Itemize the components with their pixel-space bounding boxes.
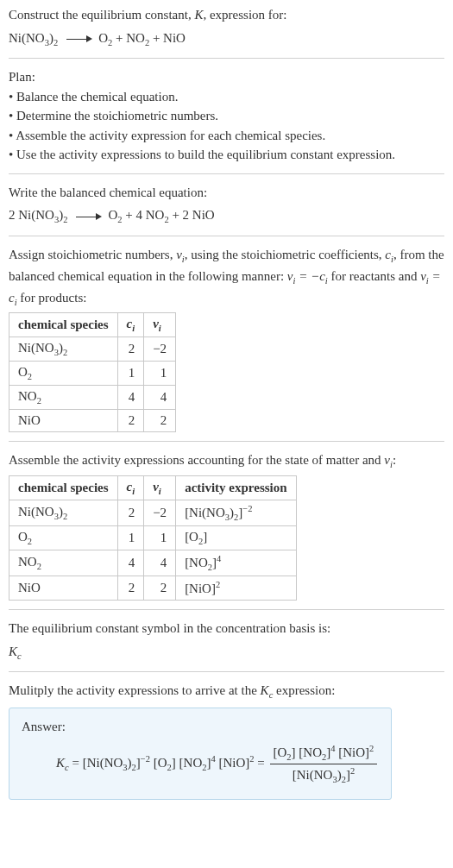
nu-symbol: νi	[176, 248, 185, 261]
mult-post: expression:	[273, 683, 335, 697]
multiply-text: Mulitply the activity expressions to arr…	[9, 681, 444, 702]
title-pre: Construct the equilibrium constant,	[9, 8, 194, 22]
table-row: Ni(NO3)22−2[Ni(NO3)2]−2	[9, 500, 297, 526]
activity-text: Assemble the activity expressions accoun…	[9, 450, 444, 472]
table-cell: 2	[117, 410, 144, 432]
table-row: O211	[9, 362, 176, 386]
answer-denominator: [Ni(NO3)2]2	[270, 764, 378, 787]
table-cell: [NiO]2	[176, 576, 296, 601]
mult-pre: Mulitply the activity expressions to arr…	[9, 683, 261, 697]
table-cell: [NO2]4	[176, 550, 296, 576]
relation-reactants: νi = −ci	[287, 269, 328, 283]
table-row: NiO22[NiO]2	[9, 576, 297, 601]
balanced-intro: Write the balanced chemical equation:	[9, 183, 444, 203]
answer-numerator: [O2] [NO2]4 [NiO]2	[270, 742, 378, 765]
table-row: Ni(NO3)22−2	[9, 337, 176, 362]
table-cell: NiO	[9, 410, 118, 432]
divider	[9, 236, 444, 236]
stoich-post: for products:	[17, 291, 87, 305]
stoich-mid1: , using the stoichiometric coefficients,	[185, 248, 386, 261]
plan-item: • Determine the stoichiometric numbers.	[9, 106, 444, 126]
given-equation: Ni(NO3)2 O2 + NO2 + NiO	[9, 28, 444, 50]
table-cell: O2	[9, 362, 118, 386]
table-cell: Ni(NO3)2	[9, 500, 118, 526]
divider	[9, 671, 444, 672]
table-cell: 2	[144, 410, 176, 432]
answer-box: Answer: Kc = [Ni(NO3)2]−2 [O2] [NO2]4 [N…	[9, 708, 392, 800]
table-header: chemical species	[9, 313, 118, 337]
kc-symbol-inline: Kc	[261, 683, 274, 697]
answer-label: Answer:	[22, 717, 379, 737]
table-cell: NO2	[9, 550, 118, 576]
plan-list: • Balance the chemical equation.• Determ…	[9, 87, 444, 165]
title-line: Construct the equilibrium constant, K, e…	[9, 5, 444, 25]
stoich-table: chemical speciesciνiNi(NO3)22−2O211NO244…	[9, 312, 176, 432]
table-cell: [O2]	[176, 526, 296, 550]
table-cell: 1	[144, 362, 176, 386]
table-row: O211[O2]	[9, 526, 297, 550]
divider	[9, 58, 444, 59]
table-cell: 2	[117, 337, 144, 362]
balanced-rhs: O2 + 4 NO2 + 2 NiO	[108, 208, 214, 222]
given-rhs: O2 + NO2 + NiO	[98, 31, 186, 45]
table-cell: O2	[9, 526, 118, 550]
given-lhs: Ni(NO3)2	[9, 31, 58, 45]
title-post: , expression for:	[203, 8, 286, 22]
answer-expression: Kc = [Ni(NO3)2]−2 [O2] [NO2]4 [NiO]2 = […	[22, 737, 379, 788]
stoich-mid3: for reactants and	[328, 269, 420, 283]
table-cell: −2	[144, 337, 176, 362]
plan-item: • Use the activity expressions to build …	[9, 145, 444, 165]
table-cell: 4	[117, 550, 144, 576]
divider	[9, 441, 444, 442]
table-cell: 1	[117, 362, 144, 386]
balanced-lhs: 2 Ni(NO3)2	[9, 208, 67, 222]
table-cell: NiO	[9, 576, 118, 601]
table-cell: 2	[144, 576, 176, 601]
table-cell: −2	[144, 500, 176, 526]
table-cell: NO2	[9, 386, 118, 410]
answer-lhs: Kc = [Ni(NO3)2]−2 [O2] [NO2]4 [NiO]2 =	[56, 756, 268, 770]
table-header: activity expression	[176, 476, 296, 500]
title-K: K	[194, 8, 203, 22]
table-cell: 4	[144, 386, 176, 410]
table-cell: 4	[144, 550, 176, 576]
table-cell: 2	[117, 576, 144, 601]
plan-item: • Assemble the activity expression for e…	[9, 126, 444, 146]
divider	[9, 609, 444, 610]
table-cell: [Ni(NO3)2]−2	[176, 500, 296, 526]
stoich-pre: Assign stoichiometric numbers,	[9, 248, 176, 261]
table-header: chemical species	[9, 476, 118, 500]
table-header: νi	[144, 476, 176, 500]
stoich-text: Assign stoichiometric numbers, νi, using…	[9, 245, 444, 309]
activity-post: :	[393, 453, 396, 467]
table-header: νi	[144, 313, 176, 337]
table-cell: 1	[144, 526, 176, 550]
kc-symbol: Kc	[9, 642, 444, 664]
activity-table: chemical speciesciνiactivity expressionN…	[9, 475, 297, 601]
activity-pre: Assemble the activity expressions accoun…	[9, 453, 384, 467]
table-cell: 4	[117, 386, 144, 410]
table-row: NO244[NO2]4	[9, 550, 297, 576]
kc-intro: The equilibrium constant symbol in the c…	[9, 619, 444, 638]
divider	[9, 173, 444, 174]
balanced-equation: 2 Ni(NO3)2 O2 + 4 NO2 + 2 NiO	[9, 205, 444, 227]
plan-item: • Balance the chemical equation.	[9, 87, 444, 107]
plan-label: Plan:	[9, 67, 444, 87]
table-cell: 1	[117, 526, 144, 550]
table-row: NiO22	[9, 410, 176, 432]
table-header: ci	[117, 313, 144, 337]
table-cell: Ni(NO3)2	[9, 337, 118, 362]
table-row: NO244	[9, 386, 176, 410]
page: Construct the equilibrium constant, K, e…	[0, 0, 453, 814]
ci-symbol: ci	[385, 248, 393, 261]
table-cell: 2	[117, 500, 144, 526]
table-header: ci	[117, 476, 144, 500]
nu-symbol: νi	[384, 453, 393, 467]
answer-fraction: [O2] [NO2]4 [NiO]2 [Ni(NO3)2]2	[270, 742, 378, 788]
